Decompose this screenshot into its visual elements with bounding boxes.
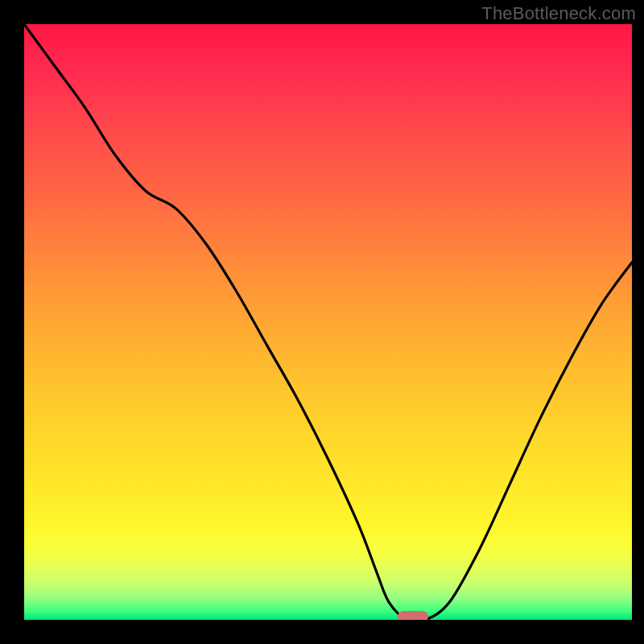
optimal-marker [398,611,428,620]
bottleneck-curve [24,24,632,620]
plot-area [24,24,632,620]
chart-frame: TheBottleneck.com [0,0,644,644]
curve-path [24,24,632,620]
watermark-text: TheBottleneck.com [481,3,636,24]
